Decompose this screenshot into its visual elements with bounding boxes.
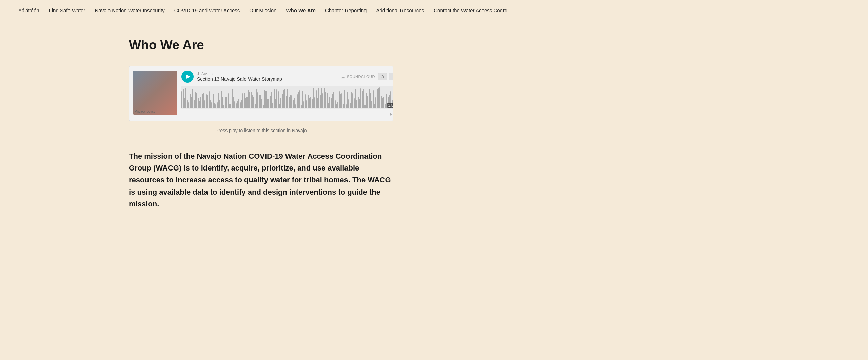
main-navigation: Yá'át'ééh Find Safe Water Navajo Nation … [0, 0, 868, 21]
nav-item-our-mission[interactable]: Our Mission [244, 5, 281, 16]
track-thumbnail: Privacy policy [133, 71, 177, 115]
nav-item-covid-water[interactable]: COVID-19 and Water Access [170, 5, 245, 16]
more-button[interactable]: › [389, 73, 393, 80]
track-info: J_Austin Section 13 Navajo Safe Water St… [197, 72, 282, 82]
mission-statement: The mission of the Navajo Nation COVID-1… [129, 150, 393, 210]
waveform-bars [181, 86, 393, 109]
track-title: Section 13 Navajo Safe Water Storymap [197, 76, 282, 82]
nav-item-contact[interactable]: Contact the Water Access Coord... [429, 5, 516, 16]
nav-item-who-we-are[interactable]: Who We Are [281, 5, 320, 16]
soundcloud-branding: ☁ SOUNDCLOUD ⬡ › [341, 73, 393, 80]
nav-item-find-safe-water[interactable]: Find Safe Water [44, 5, 90, 16]
main-content: Who We Are Privacy policy J_Austin Secti… [0, 21, 475, 230]
privacy-policy-link[interactable]: Privacy policy [135, 109, 155, 113]
username-link[interactable]: J_Austin [197, 72, 282, 76]
player-bottom-row: 19 [181, 112, 393, 117]
play-button[interactable] [181, 71, 194, 83]
nav-item-ya[interactable]: Yá'át'ééh [14, 5, 44, 16]
nav-item-water-insecurity[interactable]: Navajo Nation Water Insecurity [90, 5, 169, 16]
play-count-icon [390, 113, 392, 116]
player-action-buttons: ⬡ › [378, 73, 393, 80]
share-button[interactable]: ⬡ [378, 73, 387, 80]
player-controls: J_Austin Section 13 Navajo Safe Water St… [181, 71, 393, 117]
page-title: Who We Are [129, 38, 454, 53]
nav-item-additional-resources[interactable]: Additional Resources [371, 5, 429, 16]
cloud-icon: ☁ [341, 74, 346, 79]
nav-item-chapter-reporting[interactable]: Chapter Reporting [320, 5, 372, 16]
soundcloud-logo: ☁ SOUNDCLOUD [341, 74, 375, 79]
soundcloud-caption: Press play to listen to this section in … [129, 128, 393, 133]
duration-badge: 1:54 [387, 103, 393, 108]
waveform[interactable]: 1:54 [181, 86, 393, 109]
soundcloud-embed: Privacy policy J_Austin Section 13 Navaj… [129, 66, 393, 121]
play-count: 19 [390, 112, 393, 117]
